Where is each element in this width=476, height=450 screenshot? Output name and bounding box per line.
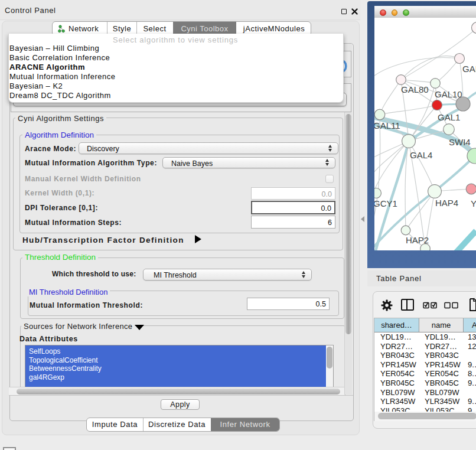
svg-text:HAP4: HAP4 (435, 198, 458, 208)
svg-text:GAL80: GAL80 (401, 84, 429, 94)
svg-text:SWI4: SWI4 (449, 137, 471, 147)
svg-text:GAL10: GAL10 (435, 89, 462, 99)
svg-text:HAP2: HAP2 (406, 235, 429, 245)
svg-text:GAL1: GAL1 (438, 112, 460, 122)
svg-text:GAL4: GAL4 (410, 150, 432, 160)
svg-text:GAL11: GAL11 (374, 120, 400, 131)
svg-text:Y: Y (471, 198, 476, 208)
svg-text:GCY1: GCY1 (374, 198, 397, 208)
svg-text:GAL7: GAL7 (462, 64, 476, 74)
